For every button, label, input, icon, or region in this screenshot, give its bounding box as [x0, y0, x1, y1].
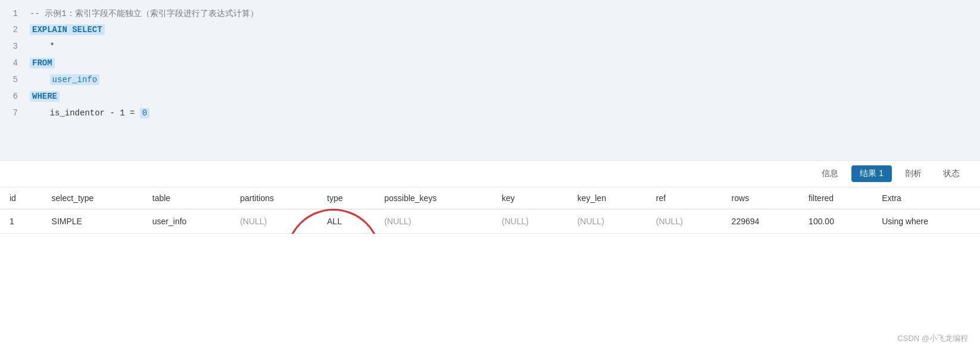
- col-filtered: filtered: [799, 187, 872, 209]
- line-num-3: 3: [0, 42, 30, 51]
- cell-type: ALL: [317, 209, 374, 234]
- line-num-5: 5: [0, 75, 30, 84]
- cell-table: user_info: [143, 209, 230, 234]
- cell-id: 1: [0, 209, 42, 234]
- col-key-len: key_len: [568, 187, 647, 209]
- col-rows: rows: [722, 187, 800, 209]
- cell-partitions: (NULL): [230, 209, 317, 234]
- line-content-1: -- 示例1：索引字段不能独立（索引字段进行了表达式计算）: [30, 8, 258, 19]
- cell-ref: (NULL): [647, 209, 722, 234]
- tab-status[interactable]: 状态: [935, 165, 968, 182]
- col-key: key: [492, 187, 568, 209]
- cell-rows: 229694: [722, 209, 800, 234]
- col-table: table: [143, 187, 230, 209]
- cell-select-type: SIMPLE: [42, 209, 143, 234]
- col-select-type: select_type: [42, 187, 143, 209]
- result-toolbar: 信息 结果 1 剖析 状态: [0, 161, 980, 187]
- line-content-2: EXPLAIN SELECT: [30, 25, 105, 35]
- tab-analyze[interactable]: 剖析: [897, 165, 930, 182]
- line-content-3: *: [30, 42, 55, 51]
- line-content-4: FROM: [30, 58, 55, 68]
- line-num-4: 4: [0, 58, 30, 68]
- col-type: type: [317, 187, 374, 209]
- line-content-5: user_info: [30, 75, 99, 84]
- code-line-1: 1 -- 示例1：索引字段不能独立（索引字段进行了表达式计算）: [0, 7, 980, 24]
- col-id: id: [0, 187, 42, 209]
- code-line-7: 7 is_indentor - 1 = 0: [0, 107, 980, 124]
- col-ref: ref: [647, 187, 722, 209]
- code-line-4: 4 FROM: [0, 57, 980, 74]
- cell-possible-keys: (NULL): [374, 209, 492, 234]
- tab-info[interactable]: 信息: [813, 165, 847, 182]
- col-partitions: partitions: [230, 187, 317, 209]
- code-line-2: 2 EXPLAIN SELECT: [0, 24, 980, 40]
- cell-key-len: (NULL): [568, 209, 647, 234]
- line-num-7: 7: [0, 108, 30, 118]
- code-editor: 1 -- 示例1：索引字段不能独立（索引字段进行了表达式计算） 2 EXPLAI…: [0, 0, 980, 161]
- tab-result1[interactable]: 结果 1: [851, 165, 892, 182]
- code-line-3: 3 *: [0, 40, 980, 57]
- col-possible-keys: possible_keys: [374, 187, 492, 209]
- line-content-7: is_indentor - 1 = 0: [30, 108, 149, 118]
- line-num-1: 1: [0, 9, 30, 18]
- keyword-from: FROM: [30, 58, 55, 68]
- table-row: 1 SIMPLE user_info (NULL) ALL (NULL) (NU…: [0, 209, 980, 234]
- cell-filtered: 100.00: [799, 209, 872, 234]
- table-name: user_info: [50, 74, 100, 85]
- cell-key: (NULL): [492, 209, 568, 234]
- line-content-6: WHERE: [30, 92, 60, 101]
- code-line-5: 5 user_info: [0, 74, 980, 90]
- line-num-2: 2: [0, 25, 30, 35]
- keyword-explain-select: EXPLAIN SELECT: [30, 24, 105, 35]
- explain-result-table: id select_type table partitions type pos…: [0, 187, 980, 234]
- watermark: CSDN @小飞龙编程: [897, 333, 968, 344]
- table-header-row: id select_type table partitions type pos…: [0, 187, 980, 209]
- keyword-where: WHERE: [30, 91, 60, 102]
- col-extra: Extra: [872, 187, 980, 209]
- cell-extra: Using where: [872, 209, 980, 234]
- line-num-6: 6: [0, 92, 30, 101]
- code-line-6: 6 WHERE: [0, 90, 980, 107]
- result-table-container: id select_type table partitions type pos…: [0, 187, 980, 234]
